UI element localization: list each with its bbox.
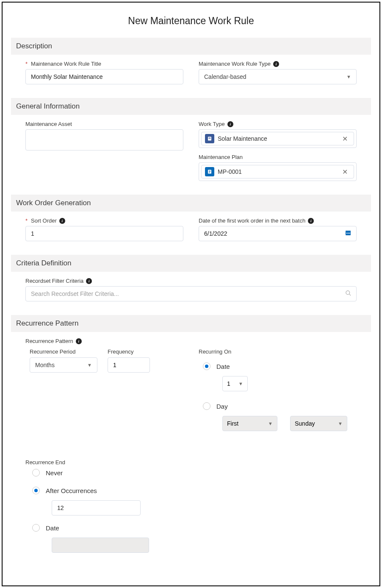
info-icon[interactable]: i: [308, 218, 314, 224]
svg-rect-5: [346, 231, 351, 232]
calendar-icon[interactable]: [345, 229, 352, 238]
end-after-radio[interactable]: [32, 487, 40, 494]
section-criteria-header: Criteria Definition: [11, 255, 371, 272]
close-icon[interactable]: ✕: [340, 135, 350, 143]
sortorder-label: *Sort Order i: [25, 217, 183, 224]
recurring-date-radio[interactable]: [203, 362, 210, 370]
section-recurrence-header: Recurrence Pattern: [11, 315, 371, 332]
filter-search-input[interactable]: [25, 286, 357, 301]
section-general-header: General Information: [11, 98, 371, 115]
plan-lookup[interactable]: MP-0001 ✕: [199, 162, 357, 181]
end-never-label: Never: [46, 469, 63, 477]
page-title: New Maintenance Work Rule: [11, 15, 371, 27]
type-select[interactable]: Calendar-based ▼: [199, 69, 357, 84]
svg-point-9: [346, 291, 350, 295]
end-never-radio[interactable]: [32, 469, 40, 477]
close-icon[interactable]: ✕: [340, 168, 350, 176]
asset-input[interactable]: [25, 129, 183, 150]
recurrence-pattern-label: Recurrence Pattern i: [25, 338, 357, 344]
svg-rect-7: [348, 233, 349, 234]
frequency-input[interactable]: [108, 357, 150, 373]
sortorder-input[interactable]: [25, 226, 183, 241]
section-description-header: Description: [11, 38, 371, 55]
info-icon[interactable]: i: [76, 338, 82, 344]
plan-label: Maintenance Plan: [199, 154, 357, 160]
frequency-label: Frequency: [108, 348, 150, 355]
firstdate-label: Date of the first work order in the next…: [199, 217, 357, 224]
info-icon[interactable]: i: [86, 278, 92, 284]
recurring-day-radio[interactable]: [203, 402, 210, 410]
chevron-down-icon: ▼: [338, 421, 343, 426]
chevron-down-icon: ▼: [346, 74, 351, 79]
end-after-label: After Occurrences: [46, 487, 97, 494]
svg-line-10: [349, 294, 351, 295]
chevron-down-icon: ▼: [238, 381, 243, 386]
title-input[interactable]: [25, 69, 183, 84]
recurring-date-value-select[interactable]: 1 ▼: [222, 376, 248, 391]
type-label: Maintenance Work Rule Type i: [199, 61, 357, 67]
info-icon[interactable]: i: [227, 121, 233, 127]
day-name-select[interactable]: Sunday ▼: [290, 416, 347, 431]
recurrence-end-label: Recurrence End: [25, 459, 357, 465]
info-icon[interactable]: i: [273, 61, 279, 67]
svg-rect-1: [209, 138, 211, 138]
svg-rect-8: [349, 233, 350, 234]
asset-label: Maintenance Asset: [25, 121, 183, 127]
worktype-icon: [205, 134, 214, 143]
recurring-day-label: Day: [216, 403, 228, 410]
firstdate-input[interactable]: [199, 226, 357, 241]
period-select[interactable]: Months ▼: [30, 357, 97, 373]
plan-icon: [205, 167, 214, 176]
recurring-on-label: Recurring On: [199, 348, 357, 355]
worktype-lookup[interactable]: Solar Maintenance ✕: [199, 129, 357, 148]
svg-rect-6: [346, 233, 347, 234]
end-after-input[interactable]: [52, 500, 141, 516]
title-label: *Maintenance Work Rule Title: [25, 61, 183, 67]
period-label: Recurrence Period: [30, 348, 97, 355]
end-date-input[interactable]: [52, 538, 149, 553]
info-icon[interactable]: i: [59, 218, 65, 224]
chevron-down-icon: ▼: [87, 362, 92, 368]
day-ordinal-select[interactable]: First ▼: [222, 416, 277, 431]
section-workorder-header: Work Order Generation: [11, 195, 371, 212]
worktype-label: Work Type i: [199, 121, 357, 127]
chevron-down-icon: ▼: [268, 421, 273, 426]
end-date-radio[interactable]: [32, 524, 40, 532]
svg-rect-2: [209, 139, 211, 139]
search-icon: [345, 290, 352, 298]
recurring-date-label: Date: [216, 363, 230, 370]
filter-label: Recordset Filter Criteria i: [25, 278, 357, 284]
end-date-label: Date: [46, 524, 59, 532]
